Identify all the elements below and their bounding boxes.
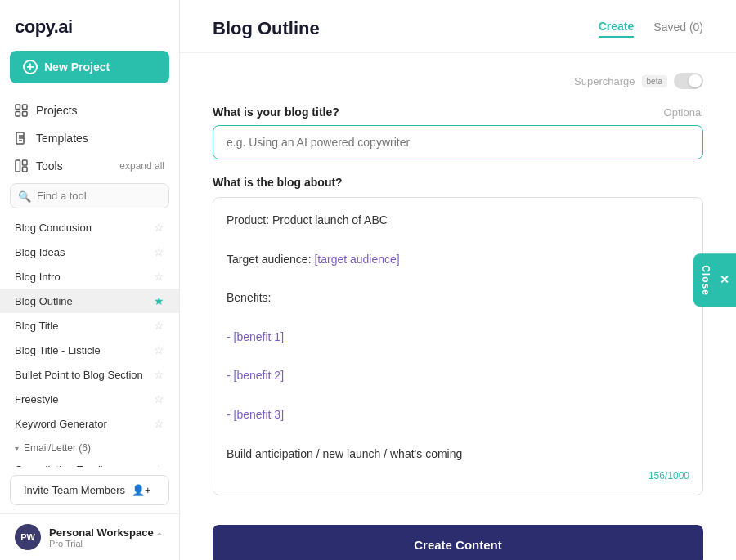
tool-item-bullet-to-blog[interactable]: Bullet Point to Blog Section ☆ (0, 362, 179, 387)
toggle-knob (689, 74, 702, 87)
content-benefit1: - [benefit 1] (227, 328, 689, 347)
invite-label: Invite Team Members (24, 484, 125, 496)
content-benefit3: - [benefit 3] (227, 405, 689, 425)
tool-icon (15, 159, 28, 172)
tool-item-blog-title-listicle[interactable]: Blog Title - Listicle ☆ (0, 338, 179, 362)
page-title: Blog Outline (213, 18, 320, 39)
sidebar-item-templates[interactable]: Templates (0, 124, 179, 152)
tool-label: Blog Title (15, 320, 58, 332)
avatar-initials: PW (20, 532, 35, 542)
benefit2-highlight: - [benefit 2] (227, 369, 284, 382)
star-icon[interactable]: ☆ (154, 463, 164, 467)
avatar: PW (15, 524, 41, 550)
tool-item-blog-intro[interactable]: Blog Intro ☆ (0, 264, 179, 289)
tool-item-blog-ideas[interactable]: Blog Ideas ☆ (0, 240, 179, 264)
star-icon[interactable]: ☆ (154, 270, 164, 283)
expand-all-link[interactable]: expand all (119, 160, 164, 172)
main-header: Blog Outline Create Saved (0) (180, 0, 736, 53)
supercharge-label: Supercharge (574, 75, 635, 87)
content-line2-prefix: Target audience: (227, 253, 314, 266)
tools-list: Blog Conclusion ☆ Blog Ideas ☆ Blog Intr… (0, 215, 179, 467)
content-line1: Product: Product launch of ABC (227, 211, 689, 231)
invite-team-button[interactable]: Invite Team Members 👤+ (10, 475, 169, 505)
plus-circle-icon: + (23, 60, 38, 74)
star-icon-active[interactable]: ★ (154, 294, 164, 307)
content-benefit2: - [benefit 2] (227, 366, 689, 386)
search-input[interactable] (10, 183, 169, 208)
tool-label: Freestyle (15, 393, 58, 405)
benefit3-highlight: - [benefit 3] (227, 408, 284, 421)
supercharge-row: Supercharge beta (213, 73, 703, 89)
star-icon[interactable]: ☆ (154, 245, 164, 258)
grid-icon (15, 104, 28, 117)
sidebar: copy.ai + New Project Projects Templates (0, 0, 180, 560)
header-tabs: Create Saved (0) (599, 20, 703, 38)
star-icon[interactable]: ☆ (154, 368, 164, 381)
blog-about-section: What is the blog about? Product: Product… (213, 176, 703, 495)
svg-rect-7 (23, 167, 28, 172)
workspace-footer: PW Personal Workspace Pro Trial ⌃ (0, 513, 179, 560)
tab-saved-label: Saved (0) (653, 20, 703, 34)
blog-title-optional: Optional (664, 106, 703, 119)
tab-saved[interactable]: Saved (0) (653, 20, 703, 37)
svg-rect-0 (16, 105, 20, 110)
close-tab-icon: ✕ (718, 273, 731, 287)
logo: copy.ai (0, 0, 179, 51)
tools-label: Tools (36, 159, 63, 172)
tab-create[interactable]: Create (599, 20, 635, 38)
content-line3: Benefits: (227, 289, 689, 308)
tools-header[interactable]: Tools expand all (0, 152, 179, 180)
star-icon[interactable]: ☆ (154, 221, 164, 234)
tool-label: Blog Outline (15, 295, 73, 307)
workspace-plan: Pro Trial (49, 539, 154, 549)
benefit1-highlight: - [benefit 1] (227, 330, 284, 343)
blog-content: Product: Product launch of ABC Target au… (227, 211, 689, 464)
svg-rect-1 (23, 105, 28, 110)
file-icon (15, 132, 28, 145)
search-box: 🔍 (10, 183, 169, 208)
logo-text: copy.ai (15, 16, 73, 37)
blog-about-textarea[interactable]: Product: Product launch of ABC Target au… (213, 197, 703, 495)
chevron-icon[interactable]: ⌃ (155, 531, 164, 544)
category-arrow: ▾ (15, 444, 19, 453)
tool-item-freestyle[interactable]: Freestyle ☆ (0, 387, 179, 411)
star-icon[interactable]: ☆ (154, 343, 164, 356)
category-email-header[interactable]: ▾ Email/Letter (6) (0, 436, 179, 457)
blog-title-section: What is your blog title? Optional (213, 105, 703, 159)
main-body: Supercharge beta What is your blog title… (180, 53, 736, 560)
svg-rect-3 (23, 112, 28, 117)
content-line2: Target audience: [target audience] (227, 250, 689, 270)
tool-label: Cancellation Email (15, 464, 103, 468)
blog-about-label: What is the blog about? (213, 176, 703, 189)
char-count: 156/1000 (227, 470, 689, 482)
tool-label: Blog Ideas (15, 246, 65, 258)
tool-item-blog-conclusion[interactable]: Blog Conclusion ☆ (0, 215, 179, 240)
tool-label: Bullet Point to Blog Section (15, 369, 143, 381)
svg-rect-5 (16, 160, 20, 172)
tool-item-cancellation-email[interactable]: Cancellation Email ☆ (0, 457, 179, 467)
sidebar-templates-label: Templates (36, 132, 88, 145)
tool-item-keyword-generator[interactable]: Keyword Generator ☆ (0, 411, 179, 436)
beta-badge: beta (642, 75, 667, 87)
sidebar-item-projects[interactable]: Projects (0, 96, 179, 124)
blog-title-label: What is your blog title? (213, 105, 339, 119)
create-content-button[interactable]: Create Content (213, 525, 703, 560)
supercharge-toggle[interactable] (674, 73, 703, 89)
star-icon[interactable]: ☆ (154, 319, 164, 332)
close-tab[interactable]: ✕ Close (693, 253, 736, 307)
search-icon: 🔍 (18, 190, 31, 202)
svg-rect-2 (16, 112, 20, 117)
tool-item-blog-outline[interactable]: Blog Outline ★ (0, 289, 179, 313)
workspace-details: Personal Workspace Pro Trial (49, 526, 154, 549)
star-icon[interactable]: ☆ (154, 417, 164, 430)
tab-create-label: Create (599, 20, 635, 33)
target-audience-highlight: [target audience] (314, 253, 399, 266)
tools-header-left: Tools (15, 159, 63, 172)
new-project-button[interactable]: + New Project (10, 51, 169, 83)
tool-item-blog-title[interactable]: Blog Title ☆ (0, 313, 179, 338)
workspace-info: PW Personal Workspace Pro Trial (15, 524, 154, 550)
invite-icon: 👤+ (132, 484, 151, 496)
star-icon[interactable]: ☆ (154, 392, 164, 405)
new-project-label: New Project (44, 60, 110, 74)
blog-title-input[interactable] (213, 125, 703, 159)
